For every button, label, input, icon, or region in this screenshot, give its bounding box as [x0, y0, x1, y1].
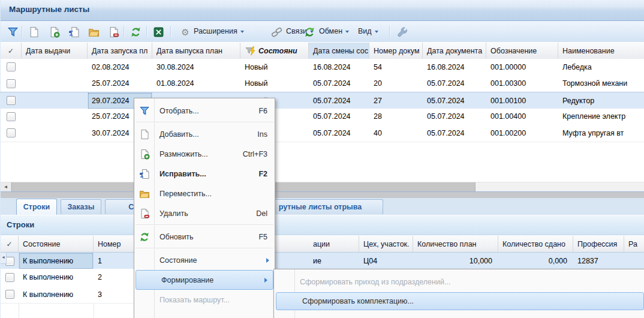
add-button[interactable]	[26, 25, 41, 39]
tab-label: рутные листы отрыва	[279, 203, 362, 211]
refresh-icon	[139, 232, 150, 242]
table-cell: 001.00200	[486, 125, 558, 142]
table-cell: Новый	[240, 59, 309, 76]
table-row[interactable]: 02.08.202430.08.2024Новый16.08.20245416.…	[1, 59, 644, 76]
menu-item[interactable]: Сформировать комплектацию...	[276, 292, 644, 310]
column-header[interactable]: Номер докум	[369, 43, 423, 59]
table-cell: 02.08.2024	[88, 59, 152, 76]
menu-item[interactable]: Исправить...F2	[134, 164, 275, 184]
table-cell	[22, 125, 88, 142]
table-cell: 16.08.2024	[423, 59, 486, 76]
delete-doc-icon	[134, 208, 154, 219]
view-menu[interactable]: Вид	[358, 21, 378, 42]
row-checkbox[interactable]	[5, 273, 14, 282]
table-cell: 0,000	[498, 253, 573, 269]
menu-item-label: Переместить...	[154, 190, 275, 198]
column-header[interactable]: Обозначение	[486, 43, 558, 59]
column-header-label: Состояни	[258, 47, 297, 55]
menu-item[interactable]: УдалитьDel	[134, 203, 275, 223]
table-cell: 30.08.2024	[152, 59, 240, 76]
menu-separator	[136, 224, 273, 225]
menu-item[interactable]: Размножить...Ctrl+F3	[134, 144, 275, 164]
column-header[interactable]: Ра	[624, 236, 644, 253]
exchange-button[interactable]	[302, 25, 317, 39]
refresh-button[interactable]	[128, 25, 143, 39]
links-button[interactable]	[269, 25, 284, 39]
menu-item[interactable]: Добавить...Ins	[134, 124, 275, 144]
settings-button[interactable]	[395, 25, 410, 39]
column-header[interactable]: Состояни	[240, 43, 309, 59]
table-cell	[624, 253, 644, 269]
tab-2[interactable]: Заказы	[61, 199, 101, 214]
move-button[interactable]	[86, 25, 101, 39]
select-all-check-icon: ✓	[8, 47, 14, 55]
table-cell	[1, 269, 19, 286]
extensions-gear[interactable]: ⚙	[178, 25, 192, 39]
table-row[interactable]: 25.07.202401.08.2024Новый05.07.20242005.…	[1, 76, 644, 93]
column-header[interactable]: Дата выпуска план	[152, 43, 240, 59]
table-cell	[22, 92, 88, 109]
toolbar-separator	[389, 26, 390, 38]
table-cell: 05.07.2024	[423, 92, 486, 109]
table-row[interactable]: 29.07.202401.08.2024Новый05.07.20242705.…	[1, 92, 644, 110]
tab-4[interactable]: рутные листы отрыва	[257, 199, 383, 214]
column-header[interactable]: Цех, участок.	[359, 236, 413, 253]
menu-item[interactable]: ОбновитьF5	[134, 227, 275, 247]
row-checkbox[interactable]	[7, 112, 16, 121]
column-header[interactable]: Дата смены сос	[309, 43, 369, 59]
column-header[interactable]: ✓	[1, 43, 22, 59]
extensions-menu[interactable]: Расширения	[194, 21, 244, 42]
table-header: ✓СостояниеНомерацииЦех, участок.Количест…	[1, 235, 644, 253]
delete-doc-icon	[108, 26, 119, 38]
menu-item-label: Отобрать...	[154, 107, 258, 115]
delete-button[interactable]	[106, 25, 121, 39]
move-folder-icon	[134, 188, 154, 199]
table-cell: 27	[369, 92, 423, 109]
table-row[interactable]: 30.07.2024Новый05.07.20244005.07.2024001…	[1, 125, 644, 142]
menu-item-shortcut: Ins	[257, 130, 267, 139]
menu-item[interactable]: Формирование	[136, 270, 273, 290]
scroll-left-button[interactable]: ◄	[1, 182, 11, 192]
table-cell: 28	[369, 109, 423, 125]
table-cell: 40	[369, 125, 423, 142]
column-header[interactable]: Номер	[94, 236, 136, 253]
column-header[interactable]: Количество сдано	[498, 236, 573, 253]
column-header[interactable]: Профессия	[573, 236, 624, 253]
toolbar-separator	[22, 26, 22, 38]
table-cell: 20	[369, 76, 423, 92]
row-checkbox[interactable]	[5, 290, 14, 299]
column-header[interactable]: Дата запуска пл	[88, 43, 152, 59]
duplicate-button[interactable]	[47, 25, 61, 39]
export-excel-button[interactable]	[151, 25, 165, 39]
horizontal-scrollbar[interactable]: ◄	[1, 182, 644, 192]
menu-item[interactable]: Переместить...	[134, 184, 275, 203]
menu-item-shortcut: F6	[258, 107, 267, 115]
exchange-icon	[304, 26, 315, 38]
tab-1[interactable]: Строки	[16, 199, 57, 215]
filter-button[interactable]	[5, 25, 20, 39]
edit-button[interactable]	[67, 25, 81, 39]
column-header[interactable]: Количество план	[413, 236, 498, 253]
menu-item[interactable]: Отобрать...F6	[134, 101, 275, 121]
menu-item-shortcut: Del	[256, 209, 267, 218]
filter-icon	[139, 106, 150, 116]
exchange-menu[interactable]: Обмен	[319, 21, 349, 42]
column-header[interactable]: Дата документа	[423, 43, 486, 59]
add-doc-icon	[139, 129, 150, 140]
table-row[interactable]: 25.07.2024Новый05.07.20242805.07.2024001…	[1, 109, 644, 126]
menu-item[interactable]: Состояние	[134, 250, 275, 270]
column-header[interactable]: Наименование	[558, 43, 644, 59]
column-header[interactable]: Состояние	[19, 236, 94, 253]
table-cell	[22, 59, 88, 76]
row-checkbox[interactable]	[7, 128, 16, 137]
row-checkbox[interactable]	[7, 62, 16, 71]
column-header-label: Номер	[98, 240, 121, 248]
row-checkbox[interactable]	[7, 96, 16, 105]
column-header[interactable]: ✓	[1, 236, 19, 253]
row-checkbox[interactable]	[7, 79, 16, 88]
table-cell: 05.07.2024	[423, 109, 486, 125]
column-header[interactable]: Дата выдачи	[22, 43, 88, 59]
table-cell	[22, 109, 88, 125]
splitter-collapse-arrow[interactable]: ◄	[1, 252, 7, 264]
table-row[interactable]: К выполнению1иеЦ0410,0000,00012837	[1, 252, 644, 270]
